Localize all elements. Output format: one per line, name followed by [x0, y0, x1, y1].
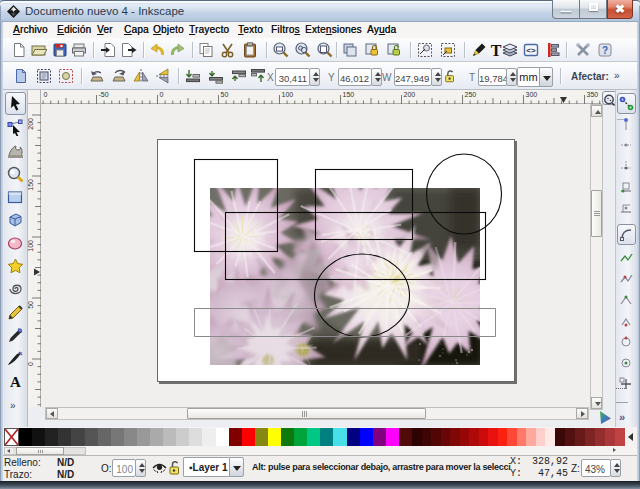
- svg-text:100: 100: [282, 91, 294, 98]
- svg-text:?: ?: [602, 45, 608, 56]
- svg-text:150: 150: [343, 91, 355, 98]
- svg-text:0: 0: [160, 91, 164, 98]
- svg-text:250: 250: [465, 91, 477, 98]
- svg-text:200: 200: [404, 91, 416, 98]
- svg-text:50: 50: [28, 301, 34, 309]
- svg-text:50: 50: [221, 91, 229, 98]
- svg-text:350: 350: [587, 91, 599, 98]
- svg-text:150: 150: [28, 179, 34, 191]
- svg-text:200: 200: [28, 118, 34, 130]
- svg-text:A: A: [10, 374, 21, 390]
- svg-text:100: 100: [28, 240, 34, 252]
- svg-text:-50: -50: [99, 91, 109, 98]
- svg-text:0: 0: [44, 91, 48, 98]
- svg-text:0: 0: [28, 362, 34, 366]
- svg-text:300: 300: [526, 91, 538, 98]
- svg-text:<>: <>: [526, 46, 536, 55]
